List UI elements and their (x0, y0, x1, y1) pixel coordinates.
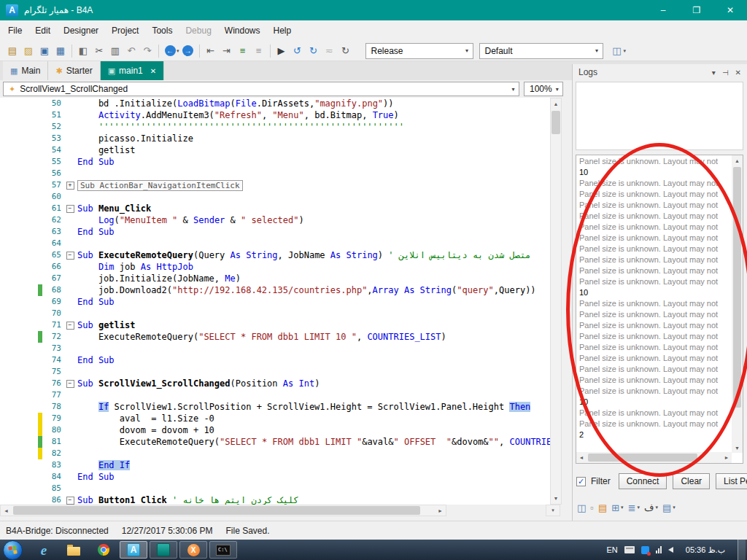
fold-collapse-icon[interactable]: − (64, 203, 76, 214)
log-entry[interactable]: Panel size is unknown. Layout may not (577, 156, 732, 167)
code-line[interactable]: 68 job.Download2("http://192.168.42.135/… (0, 284, 550, 296)
list-permis-button[interactable]: List Permis (716, 473, 747, 489)
window-list-icon[interactable]: ▤▾ (662, 502, 676, 513)
scroll-down-icon[interactable]: ▼ (551, 493, 561, 504)
pin-icon[interactable]: ⊤ (721, 69, 729, 76)
taskbar-clock[interactable]: 05:36 ب.ظ (680, 545, 731, 555)
clean-project-icon[interactable]: ↻ (338, 43, 353, 59)
show-desktop-button[interactable] (738, 540, 746, 560)
outdent-icon[interactable]: ⇤ (204, 43, 218, 59)
scroll-right-icon[interactable]: ► (721, 452, 732, 463)
tab-starter[interactable]: ✱Starter (48, 61, 100, 80)
log-detail-icon[interactable]: ≣▾ (628, 502, 640, 513)
persian-panel-icon[interactable]: ف▾ (644, 502, 658, 513)
code-line[interactable]: 84End Sub (0, 471, 550, 483)
internet-explorer-taskbar-button[interactable]: e (30, 541, 58, 559)
modules-grid-icon[interactable]: ⊞▾ (611, 502, 623, 513)
log-entry[interactable]: 10 (577, 287, 732, 298)
xampp-taskbar-button[interactable]: X (179, 541, 207, 559)
log-entry[interactable]: Panel size is unknown. Layout may not (577, 331, 732, 342)
close-icon[interactable]: ✕ (735, 69, 741, 77)
log-entry[interactable]: 10 (577, 167, 732, 178)
log-entry[interactable]: Panel size is unknown. Layout may not (577, 408, 732, 419)
code-line[interactable]: 57+Sub ActionBar_NavigationItemClick (0, 179, 550, 191)
log-entry[interactable]: Panel size is unknown. Layout may not (577, 265, 732, 276)
log-entry[interactable]: Panel size is unknown. Layout may not (577, 375, 732, 386)
log-entry[interactable]: Panel size is unknown. Layout may not (577, 342, 732, 353)
code-line[interactable]: 53 picasso.Initialize (0, 133, 550, 144)
code-line[interactable]: 85 (0, 483, 550, 494)
code-line[interactable]: 75 (0, 366, 550, 378)
fold-collapse-icon[interactable]: − (64, 378, 76, 389)
log-entry[interactable]: Panel size is unknown. Layout may not (577, 386, 732, 397)
code-line[interactable]: 80 dovom = dovom + 10 (0, 424, 550, 436)
b4a-bridge-tray-icon[interactable] (641, 546, 649, 554)
scrollbar-thumb[interactable] (733, 167, 741, 408)
fold-collapse-icon[interactable]: − (64, 319, 76, 331)
code-line[interactable]: 65−Sub ExecuteRemoteQuery(Query As Strin… (0, 249, 550, 261)
fold-expand-icon[interactable]: + (64, 179, 76, 191)
cmd-taskbar-button[interactable]: C:\ (209, 541, 237, 559)
code-line[interactable]: 56 (0, 168, 550, 179)
log-entry[interactable]: Panel size is unknown. Layout may not (577, 222, 732, 233)
cut-icon[interactable]: ✂ (92, 43, 107, 59)
code-line[interactable]: 83 End If (0, 459, 550, 471)
close-button[interactable]: ✕ (713, 0, 747, 20)
menu-windows[interactable]: Windows (218, 20, 267, 41)
log-entry[interactable]: Panel size is unknown. Layout may not (577, 211, 732, 222)
menu-file[interactable]: File (1, 20, 28, 41)
network-icon[interactable] (656, 546, 662, 553)
code-line[interactable]: 70 (0, 308, 550, 319)
scroll-left-icon[interactable]: ◄ (576, 452, 587, 463)
log-entry[interactable]: Panel size is unknown. Layout may not (577, 276, 732, 287)
copy-log-icon[interactable]: ▫ (590, 502, 594, 513)
scroll-down-icon[interactable]: ▼ (732, 443, 743, 453)
keyboard-layout-icon[interactable] (624, 546, 635, 553)
designer-icon[interactable]: ◧ (76, 43, 90, 59)
editor-split-button[interactable]: ▾ (546, 505, 560, 516)
code-line[interactable]: 63End Sub (0, 226, 550, 238)
copy-icon[interactable]: ▥ (108, 43, 123, 59)
filter-checkbox[interactable]: ✓ (576, 477, 586, 486)
open-project-icon[interactable]: ▨ (21, 43, 36, 59)
code-line[interactable]: 79 aval = l1.Size -0 (0, 413, 550, 424)
log-entry[interactable]: Panel size is unknown. Layout may not (577, 419, 732, 429)
chevron-down-icon[interactable]: ▾ (624, 48, 627, 54)
code-line[interactable]: 69End Sub (0, 296, 550, 308)
tab-main[interactable]: ▦Main (3, 61, 48, 80)
menu-project[interactable]: Project (105, 20, 145, 41)
code-line[interactable]: 86−Sub Button1_Click ' کلیک کردن ایتم ها… (0, 494, 550, 505)
comment-icon[interactable]: ≡ (236, 43, 250, 59)
log-entry[interactable]: 10 (577, 397, 732, 408)
chevron-down-icon[interactable]: ▾ (712, 69, 716, 77)
save-icon[interactable]: ▣ (37, 43, 52, 59)
recompile-icon[interactable]: ↻ (306, 43, 321, 59)
chevron-down-icon[interactable]: ▾ (177, 48, 179, 54)
run-icon[interactable]: ▶ (274, 43, 289, 59)
code-line[interactable]: 66 Dim job As HttpJob (0, 261, 550, 273)
code-line[interactable]: 76−Sub ScrollView1_ScrollChanged(Positio… (0, 378, 550, 389)
config-profile-select[interactable]: Default ▾ (479, 43, 603, 59)
log-entry[interactable]: Panel size is unknown. Layout may not (577, 309, 732, 320)
start-button[interactable] (3, 540, 23, 560)
code-line[interactable]: 67 job.Initialize(JobName, Me) (0, 273, 550, 284)
log-entry[interactable]: Panel size is unknown. Layout may not (577, 364, 732, 375)
code-line[interactable]: 71−Sub getlist (0, 319, 550, 331)
fold-collapse-icon[interactable]: − (64, 249, 76, 261)
log-entry[interactable]: 2 (577, 429, 732, 440)
navigate-back-icon[interactable]: ← (163, 43, 177, 59)
minimize-button[interactable]: – (646, 0, 680, 20)
navigate-forward-icon[interactable]: → (181, 43, 196, 59)
clear-button[interactable]: Clear (673, 473, 710, 489)
code-line[interactable]: 60 (0, 191, 550, 203)
close-tab-icon[interactable]: ✕ (150, 67, 156, 75)
build-configuration-select[interactable]: Release ▾ (365, 43, 473, 59)
log-entry[interactable]: Panel size is unknown. Layout may not (577, 353, 732, 364)
code-line[interactable]: 61−Sub Menu_Click (0, 203, 550, 214)
dock-window-icon[interactable]: ◫ (577, 502, 586, 513)
log-entry[interactable]: Panel size is unknown. Layout may not (577, 200, 732, 211)
code-line[interactable]: 82 (0, 448, 550, 459)
save-all-icon[interactable]: ▦ (53, 43, 68, 59)
code-editor[interactable]: 50 bd .Initialize(LoadBitmap(File.DirAss… (0, 98, 550, 505)
editor-horizontal-scrollbar[interactable]: ◄ ► (0, 505, 446, 516)
